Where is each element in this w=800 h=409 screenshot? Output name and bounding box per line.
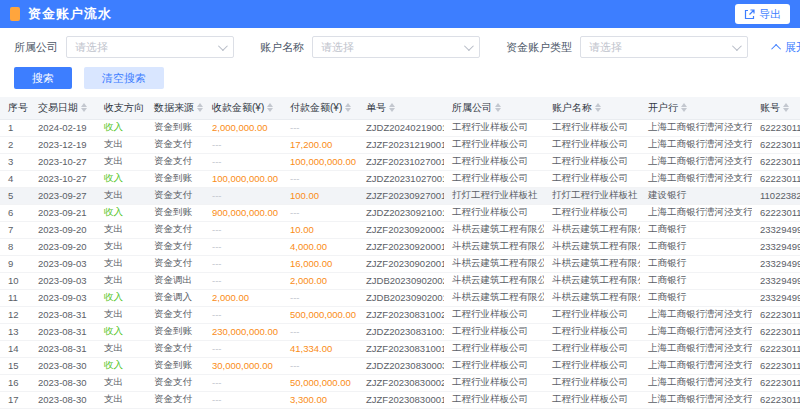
sort-icon[interactable] [267, 103, 273, 112]
cell-company: 工程行业样板公司 [444, 119, 544, 136]
filter-group-account-type: 资金账户类型 请选择 [506, 36, 748, 58]
cell-date: 2023-08-31 [30, 323, 96, 340]
cell-order-no: ZJDZ20230921001 [358, 204, 444, 221]
chevron-down-icon [732, 41, 742, 51]
cell-company: 工程行业样板公司 [444, 170, 544, 187]
cell-company: 斗栱云建筑工程有限公司 [444, 238, 544, 255]
column-header-account-no[interactable]: 账号 [752, 97, 800, 119]
cell-date: 2023-08-31 [30, 306, 96, 323]
cell-receipt-amount: --- [204, 221, 282, 238]
cell-order-no: ZJDB20230902002 [358, 272, 444, 289]
cell-source: 资金支付 [146, 306, 204, 323]
cell-source: 资金支付 [146, 340, 204, 357]
account-name-select[interactable]: 请选择 [312, 36, 480, 58]
sort-icon[interactable] [197, 103, 203, 112]
cell-account-no: 62223011 [752, 153, 800, 170]
sort-icon[interactable] [81, 103, 87, 112]
cell-direction: 支出 [96, 272, 146, 289]
column-header-source[interactable]: 数据来源 [146, 97, 204, 119]
cell-account-no: 62223011 [752, 374, 800, 391]
column-header-bank[interactable]: 开户行 [640, 97, 752, 119]
cell-payment-amount: 2,000.00 [282, 272, 358, 289]
cell-company: 斗栱云建筑工程有限公司 [444, 289, 544, 306]
cell-source: 资金支付 [146, 153, 204, 170]
cell-source: 资金支付 [146, 255, 204, 272]
cell-source: 资金支付 [146, 136, 204, 153]
filter-group-account-name: 账户名称 请选择 [260, 36, 480, 58]
cell-payment-amount: --- [282, 170, 358, 187]
table-body: 12024-02-19收入资金到账2,000,000.00---ZJDZ2024… [0, 119, 800, 408]
cell-payment-amount: --- [282, 357, 358, 374]
cell-date: 2023-09-03 [30, 255, 96, 272]
table-row: 72023-09-20支出资金支付---10.00ZJZF20230920002… [0, 221, 800, 238]
account-name-select-placeholder: 请选择 [321, 40, 464, 55]
cell-index: 13 [0, 323, 30, 340]
cell-company: 斗栱云建筑工程有限公司 [444, 272, 544, 289]
cell-account-name: 工程行业样板公司 [544, 170, 640, 187]
cell-direction: 收入 [96, 357, 146, 374]
filter-label-account-name: 账户名称 [260, 40, 304, 55]
sort-icon[interactable] [495, 103, 501, 112]
column-label: 账户名称 [552, 102, 592, 113]
column-header-date[interactable]: 交易日期 [30, 97, 96, 119]
cell-order-no: ZJDZ20231027001 [358, 170, 444, 187]
cell-source: 资金到账 [146, 323, 204, 340]
cell-index: 6 [0, 204, 30, 221]
cell-order-no: ZJZF20230920002 [358, 221, 444, 238]
cell-account-name: 工程行业样板公司 [544, 119, 640, 136]
column-label: 所属公司 [452, 102, 492, 113]
cell-account-name: 斗栱云建筑工程有限公司 [544, 238, 640, 255]
cell-receipt-amount: 2,000,000.00 [204, 119, 282, 136]
cell-date: 2023-09-20 [30, 221, 96, 238]
table-row: 92023-09-03支出资金支付---16,000.00ZJZF2023090… [0, 255, 800, 272]
clear-search-button[interactable]: 清空搜索 [84, 67, 164, 89]
cell-date: 2023-09-20 [30, 238, 96, 255]
cell-date: 2023-08-30 [30, 391, 96, 408]
expand-filters-link[interactable]: 展开筛选 [774, 40, 800, 55]
sort-icon[interactable] [345, 103, 351, 112]
column-header-account-name[interactable]: 账户名称 [544, 97, 640, 119]
cell-payment-amount: 100,000,000.00 [282, 153, 358, 170]
column-header-company[interactable]: 所属公司 [444, 97, 544, 119]
column-label: 序号 [8, 102, 28, 113]
cell-direction: 支出 [96, 221, 146, 238]
cell-index: 3 [0, 153, 30, 170]
column-header-payment-amount[interactable]: 付款金额(¥) [282, 97, 358, 119]
cell-order-no: ZJZF20230927001 [358, 187, 444, 204]
sort-icon[interactable] [595, 103, 601, 112]
search-button[interactable]: 搜索 [14, 67, 72, 89]
export-button[interactable]: 导出 [735, 4, 790, 24]
account-type-select[interactable]: 请选择 [580, 36, 748, 58]
cell-account-no: 23329499 [752, 289, 800, 306]
sort-icon[interactable] [783, 103, 789, 112]
flow-table-container: 序号交易日期收支方向数据来源收款金额(¥)付款金额(¥)单号所属公司账户名称开户… [0, 97, 800, 409]
filter-label-company: 所属公司 [14, 40, 58, 55]
cell-bank: 建设银行 [640, 187, 752, 204]
cell-account-name: 工程行业样板公司 [544, 204, 640, 221]
sort-icon[interactable] [389, 103, 395, 112]
cell-payment-amount: 500,000,000.00 [282, 306, 358, 323]
cell-company: 工程行业样板公司 [444, 153, 544, 170]
table-row: 152023-08-30收入资金到账30,000,000.00---ZJDZ20… [0, 357, 800, 374]
column-header-direction[interactable]: 收支方向 [96, 97, 146, 119]
cell-account-name: 工程行业样板公司 [544, 357, 640, 374]
column-header-receipt-amount[interactable]: 收款金额(¥) [204, 97, 282, 119]
company-select[interactable]: 请选择 [66, 36, 234, 58]
column-label: 数据来源 [154, 102, 194, 113]
account-type-select-placeholder: 请选择 [589, 40, 732, 55]
table-row: 122023-08-31支出资金支付---500,000,000.00ZJZF2… [0, 306, 800, 323]
cell-date: 2023-10-27 [30, 153, 96, 170]
cell-order-no: ZJDB20230902001 [358, 289, 444, 306]
table-header-row: 序号交易日期收支方向数据来源收款金额(¥)付款金额(¥)单号所属公司账户名称开户… [0, 97, 800, 119]
page-title: 资金账户流水 [28, 5, 112, 23]
cell-order-no: ZJZF20230831002 [358, 306, 444, 323]
cell-account-no: 62223011 [752, 136, 800, 153]
cell-date: 2023-08-30 [30, 374, 96, 391]
cell-direction: 收入 [96, 170, 146, 187]
cell-account-no: 62223011 [752, 170, 800, 187]
cell-account-name: 斗栱云建筑工程有限公司 [544, 221, 640, 238]
cell-receipt-amount: --- [204, 238, 282, 255]
column-header-order-no[interactable]: 单号 [358, 97, 444, 119]
sort-icon[interactable] [681, 103, 687, 112]
cell-direction: 收入 [96, 204, 146, 221]
